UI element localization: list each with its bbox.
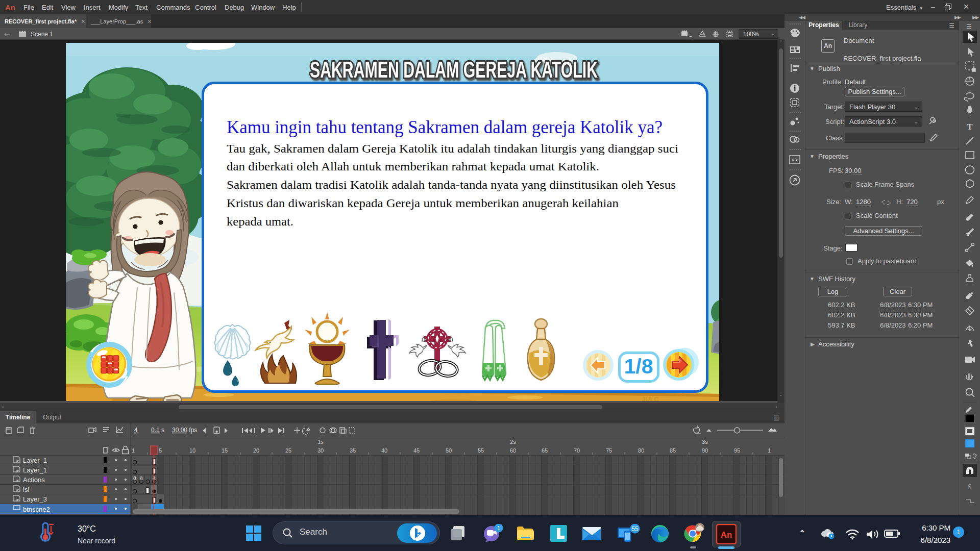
svg-text:dan diberkati oleh Allah untuk: dan diberkati oleh Allah untuk memberika…: [227, 160, 599, 173]
svg-text:5: 5: [159, 447, 162, 454]
svg-text:Layer_3: Layer_3: [23, 495, 47, 503]
svg-text:60: 60: [510, 447, 516, 454]
svg-text:25: 25: [285, 447, 291, 454]
svg-text:75: 75: [606, 447, 612, 454]
svg-text:Sakramen dalam tradisi Katolik: Sakramen dalam tradisi Katolik adalah ta…: [227, 178, 676, 191]
svg-text:a: a: [133, 475, 136, 481]
svg-text:SAKRAMEN DALAM GEREJA KATOLIK: SAKRAMEN DALAM GEREJA KATOLIK: [310, 57, 598, 82]
svg-text:45: 45: [413, 447, 420, 454]
svg-text:Layer_1: Layer_1: [23, 466, 47, 474]
svg-text:70: 70: [574, 447, 580, 454]
svg-text:1/8: 1/8: [624, 355, 653, 378]
svg-text:<>: <>: [792, 158, 798, 163]
svg-text:2s: 2s: [510, 439, 516, 445]
svg-text:30: 30: [317, 447, 324, 454]
svg-text:1: 1: [132, 447, 135, 454]
svg-text:1: 1: [768, 447, 771, 454]
svg-text:isi: isi: [23, 486, 29, 493]
svg-text:3s: 3s: [702, 439, 708, 445]
svg-text:btnscne2: btnscne2: [23, 506, 50, 513]
svg-text:55: 55: [478, 447, 484, 454]
svg-text:Actions: Actions: [23, 476, 45, 484]
svg-text:1s: 1s: [317, 439, 324, 445]
svg-text:T: T: [967, 122, 973, 132]
svg-text:kepada umat.: kepada umat.: [227, 215, 293, 228]
svg-text:Tau gak, Sakramen dalam Gereja: Tau gak, Sakramen dalam Gereja Katolik i…: [227, 142, 678, 155]
svg-text:1: 1: [497, 525, 500, 531]
svg-text:S: S: [968, 483, 972, 491]
svg-text:JULC: JULC: [642, 395, 659, 401]
svg-text:55: 55: [631, 525, 639, 533]
svg-text:An: An: [721, 530, 732, 540]
svg-text:Layer_1: Layer_1: [23, 457, 47, 464]
svg-text:50: 50: [446, 447, 452, 454]
svg-text:10: 10: [189, 447, 195, 454]
svg-text:Kristus dan diwariskan kepada: Kristus dan diwariskan kepada Gereja unt…: [227, 196, 619, 210]
svg-text:40: 40: [381, 447, 387, 454]
svg-text:20: 20: [253, 447, 259, 454]
svg-text:95: 95: [734, 447, 740, 454]
svg-text:Kamu ingin tahu tentang Sakram: Kamu ingin tahu tentang Sakramen dalam g…: [227, 117, 663, 137]
svg-text:a: a: [140, 475, 143, 481]
svg-text:0.1 s: 0.1 s: [151, 427, 164, 434]
svg-text:15: 15: [222, 447, 228, 454]
svg-text:65: 65: [542, 447, 548, 454]
svg-text:35: 35: [350, 447, 356, 454]
svg-text:4: 4: [134, 427, 138, 434]
svg-text:85: 85: [670, 447, 676, 454]
svg-text:30.00 fps: 30.00 fps: [172, 427, 197, 434]
svg-text:80: 80: [638, 447, 644, 454]
svg-text:90: 90: [702, 447, 708, 454]
